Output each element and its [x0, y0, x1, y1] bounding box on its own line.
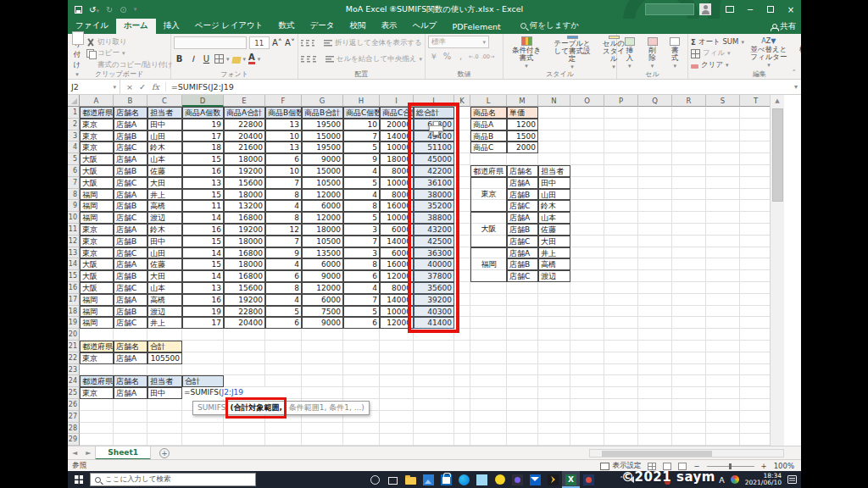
cancel-icon[interactable]: × — [126, 82, 133, 92]
zoom-slider[interactable] — [707, 466, 754, 467]
tab-ホーム[interactable]: ホーム — [116, 19, 156, 34]
column-header-B[interactable]: B — [114, 95, 147, 107]
cell-M9[interactable]: 店舗C — [507, 200, 538, 212]
cell-D17[interactable]: 16 — [182, 294, 224, 306]
row-header-25[interactable]: 25 — [68, 387, 80, 399]
row-header-21[interactable]: 21 — [68, 341, 80, 352]
delete-cells-button[interactable]: 削除▾ — [643, 36, 663, 71]
vertical-scrollbar-thumb[interactable] — [772, 108, 783, 202]
cell-L4[interactable]: 商品C — [470, 141, 507, 153]
cell-M11[interactable]: 店舗B — [507, 224, 538, 236]
close-button[interactable]: × — [781, 0, 801, 19]
cell-D11[interactable]: 16 — [182, 224, 224, 236]
cell-E4[interactable]: 21600 — [224, 141, 265, 153]
cell-E8[interactable]: 18000 — [224, 189, 265, 201]
row-header-7[interactable]: 7 — [68, 177, 80, 189]
cell-D7[interactable]: 13 — [182, 177, 224, 189]
cell-L3[interactable]: 商品B — [470, 130, 507, 142]
cell-F8[interactable]: 8 — [265, 189, 302, 201]
bold-button[interactable]: B — [174, 54, 185, 64]
cell-A13[interactable]: 東京 — [80, 247, 114, 259]
cell-C2[interactable]: 田中 — [147, 119, 182, 130]
cell-E17[interactable]: 19200 — [224, 294, 265, 306]
cell-B13[interactable]: 店舗C — [114, 247, 147, 259]
row-header-2[interactable]: 2 — [68, 119, 80, 130]
cell-A10[interactable]: 福岡 — [80, 212, 114, 224]
sort-filter-button[interactable]: AZ▼ 並べ替えとフィルター▾ — [747, 36, 791, 71]
select-all-corner[interactable] — [68, 95, 80, 107]
tab-校閲[interactable]: 校閲 — [342, 19, 373, 34]
cell-C25[interactable]: 田中 — [147, 387, 182, 399]
row-header-5[interactable]: 5 — [68, 153, 80, 165]
start-button[interactable] — [68, 471, 90, 488]
copy-button[interactable]: コピー▾ — [86, 48, 173, 59]
cell-G6[interactable]: 15000 — [302, 165, 343, 177]
cell-D6[interactable]: 16 — [182, 165, 224, 177]
cell-A1[interactable]: 都道府県 — [80, 107, 114, 119]
row-header-24[interactable]: 24 — [68, 375, 80, 387]
cell-M6[interactable]: 店舗名 — [507, 165, 538, 177]
cell-B7[interactable]: 店舗C — [114, 177, 147, 189]
taskbar-photos-button[interactable] — [420, 471, 437, 488]
cell-C1[interactable]: 担当者 — [147, 107, 182, 119]
column-header-H[interactable]: H — [343, 95, 380, 107]
conditional-formatting-button[interactable]: 条件付き書式▾ — [506, 36, 547, 71]
cell-M14[interactable]: 店舗B — [507, 258, 538, 270]
cell-F17[interactable]: 4 — [265, 294, 302, 306]
cell-B6[interactable]: 店舗B — [114, 165, 147, 177]
cell-E6[interactable]: 19200 — [224, 165, 265, 177]
cell-F19[interactable]: 6 — [265, 317, 302, 329]
row-header-3[interactable]: 3 — [68, 130, 80, 142]
row-header-17[interactable]: 17 — [68, 294, 80, 306]
cell-F12[interactable]: 7 — [265, 236, 302, 247]
cell-G18[interactable]: 7500 — [302, 306, 343, 318]
taskbar-edge-button[interactable] — [455, 471, 473, 488]
cell-G17[interactable]: 6000 — [302, 294, 343, 306]
cell-C22[interactable]: 105500 — [147, 352, 182, 364]
cell-C8[interactable]: 井上 — [147, 189, 182, 201]
cell-L10-merged[interactable]: 大阪 — [470, 212, 507, 247]
cell-M3[interactable]: 1500 — [507, 130, 538, 142]
cell-M8[interactable]: 店舗B — [507, 189, 538, 201]
cell-B11[interactable]: 店舗A — [114, 224, 147, 236]
sheet-nav-left-icon[interactable]: ◄ — [68, 449, 81, 457]
cell-A6[interactable]: 大阪 — [80, 165, 114, 177]
cell-H6[interactable]: 4 — [343, 165, 380, 177]
cell-E10[interactable]: 16800 — [224, 212, 265, 224]
cell-F16[interactable]: 8 — [265, 282, 302, 294]
cell-E15[interactable]: 16800 — [224, 270, 265, 282]
cell-N9[interactable]: 鈴木 — [538, 200, 570, 212]
fill-color-icon[interactable] — [231, 57, 241, 64]
cell-E3[interactable]: 20400 — [224, 130, 265, 142]
tab-ヘルプ[interactable]: ヘルプ — [404, 19, 444, 34]
font-name-combobox[interactable] — [174, 36, 247, 49]
insert-cells-button[interactable]: 挿入▾ — [620, 36, 640, 71]
cell-C6[interactable]: 佐藤 — [147, 165, 182, 177]
column-header-N[interactable]: N — [538, 95, 570, 107]
cell-M10[interactable]: 店舗A — [507, 212, 538, 224]
column-header-E[interactable]: E — [224, 95, 265, 107]
cell-D4[interactable]: 18 — [182, 141, 224, 153]
cell-H8[interactable]: 4 — [343, 189, 380, 201]
cell-area[interactable]: 都道府県店舗名担当者商品A個数商品A合計商品B個数商品B合計商品C個数商品C合計… — [80, 107, 784, 446]
cell-D16[interactable]: 13 — [182, 282, 224, 294]
share-button[interactable]: 共有 — [771, 21, 796, 32]
cell-D2[interactable]: 19 — [182, 119, 224, 130]
cell-L13-merged[interactable]: 福岡 — [470, 247, 507, 282]
cell-C5[interactable]: 山本 — [147, 153, 182, 165]
row-header-16[interactable]: 16 — [68, 282, 80, 294]
zoom-level[interactable]: 100% — [774, 462, 794, 470]
cell-A3[interactable]: 東京 — [80, 130, 114, 142]
account-box[interactable] — [645, 3, 694, 15]
cell-A22[interactable]: 東京 — [80, 352, 114, 364]
borders-icon[interactable] — [214, 54, 224, 64]
cell-G11[interactable]: 18000 — [302, 224, 343, 236]
tab-PDFelement[interactable]: PDFelement — [445, 20, 509, 34]
cell-N10[interactable]: 山本 — [538, 212, 570, 224]
cell-H14[interactable]: 8 — [343, 258, 380, 270]
fill-button[interactable]: フィル▾ — [691, 48, 744, 59]
cell-N11[interactable]: 佐藤 — [538, 224, 570, 236]
row-header-27[interactable]: 27 — [68, 411, 80, 423]
font-size-combobox[interactable]: 11 — [249, 36, 270, 49]
cell-D5[interactable]: 15 — [182, 153, 224, 165]
